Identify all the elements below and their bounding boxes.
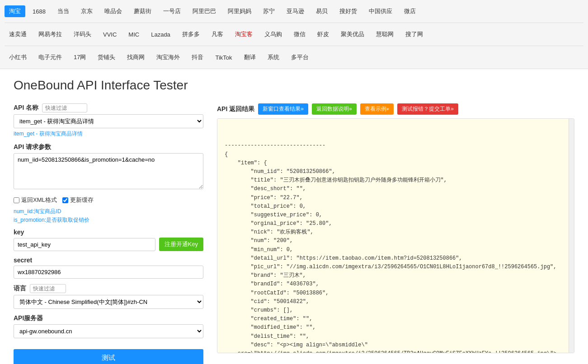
nav-item-translate[interactable]: 翻译 xyxy=(240,51,260,63)
api-name-filter-input[interactable] xyxy=(42,103,87,112)
nav-item-mogu[interactable]: 蘑菇街 xyxy=(129,5,156,17)
nav-item-sougou[interactable]: 搜好货 xyxy=(335,5,362,17)
nav-item-suning[interactable]: 苏宁 xyxy=(259,5,279,17)
nav-item-tiktok[interactable]: TikTok xyxy=(211,51,236,63)
nav-item-chinasupply[interactable]: 中国供应 xyxy=(364,5,397,17)
result-content: ------------------------------- { "item"… xyxy=(225,141,561,353)
nav-item-dangdang[interactable]: 当当 xyxy=(53,5,74,17)
right-panel: API 返回结果 新窗口查看结果» 返回数据说明» 查看示例» 测试报错？提交工… xyxy=(217,103,574,353)
checkbox-row: 返回XML格式 更新缓存 xyxy=(14,196,203,204)
lang-label-row: 语言 xyxy=(14,284,203,293)
nav-item-huoputou[interactable]: 货铺头 xyxy=(93,51,120,63)
new-window-button[interactable]: 新窗口查看结果» xyxy=(258,103,308,115)
nav-item-soule[interactable]: 搜了网 xyxy=(401,28,428,40)
example-button[interactable]: 查看示例» xyxy=(360,103,394,115)
secret-input[interactable] xyxy=(14,266,203,279)
nav-item-yangmatou[interactable]: 洋码头 xyxy=(69,28,96,40)
nav-item-amazon[interactable]: 亚马逊 xyxy=(282,5,309,17)
nav-item-taobao[interactable]: 淘宝 xyxy=(5,5,25,17)
test-button[interactable]: 测试 xyxy=(14,349,203,364)
lang-label: 语言 xyxy=(14,285,26,293)
nav-item-jumei[interactable]: 聚美优品 xyxy=(336,28,369,40)
nav-item-weidian[interactable]: 微店 xyxy=(400,5,420,17)
nav-item-alimama[interactable]: 阿里妈妈 xyxy=(223,5,256,17)
two-column-layout: API 名称 item_get - 获得淘宝商品详情 item_get - 获得… xyxy=(14,103,574,364)
cache-checkbox-text: 更新缓存 xyxy=(70,196,94,204)
nav-item-zhaoshang[interactable]: 找商网 xyxy=(122,51,149,63)
key-label: key xyxy=(14,229,203,236)
lang-select[interactable]: 简体中文 - Chinese Simplified(中文[简体])#zh-CN xyxy=(14,295,203,309)
nav-divider-2 xyxy=(5,46,583,46)
nav-item-vvic[interactable]: VVIC xyxy=(99,28,121,40)
api-name-group: API 名称 item_get - 获得淘宝商品详情 item_get - 获得… xyxy=(14,103,203,138)
return-data-button[interactable]: 返回数据说明» xyxy=(312,103,357,115)
nav-bar: 淘宝 1688 当当 京东 唯品会 蘑菇街 一号店 阿里巴巴 阿里妈妈 苏宁 亚… xyxy=(0,0,588,69)
page-title: OneBound API Interface Tester xyxy=(14,78,574,93)
param-hint-2-text[interactable]: is_promotion:是否获取取促销价 xyxy=(14,217,89,223)
nav-item-kaola[interactable]: 网易考拉 xyxy=(34,28,66,40)
api-select[interactable]: item_get - 获得淘宝商品详情 xyxy=(14,114,203,128)
nav-item-mic[interactable]: MIC xyxy=(124,28,144,40)
nav-item-alibaba[interactable]: 阿里巴巴 xyxy=(188,5,221,17)
api-params-group: API 请求参数 num_iid=520813250866&is_promoti… xyxy=(14,143,203,191)
nav-divider-1 xyxy=(5,23,583,23)
secret-group: secret xyxy=(14,257,203,279)
scrollbar[interactable] xyxy=(569,119,574,353)
nav-item-fanke[interactable]: 凡客 xyxy=(207,28,228,40)
nav-item-huicong[interactable]: 慧聪网 xyxy=(372,28,398,40)
secret-label: secret xyxy=(14,257,203,264)
api-params-textarea[interactable]: num_iid=520813250866&is_promotion=1&cach… xyxy=(14,153,203,189)
nav-item-taobaoke[interactable]: 淘宝客 xyxy=(230,28,257,40)
api-name-label: API 名称 xyxy=(14,104,38,112)
result-area[interactable]: ------------------------------- { "item"… xyxy=(217,118,574,353)
report-button[interactable]: 测试报错？提交工单» xyxy=(397,103,458,115)
nav-item-system[interactable]: 系统 xyxy=(263,51,284,63)
nav-item-jingdong[interactable]: 京东 xyxy=(76,5,97,17)
lang-group: 语言 简体中文 - Chinese Simplified(中文[简体])#zh-… xyxy=(14,284,203,309)
result-label: API 返回结果 xyxy=(217,105,254,113)
result-header: API 返回结果 新窗口查看结果» 返回数据说明» 查看示例» 测试报错？提交工… xyxy=(217,103,574,115)
nav-item-aliexpress[interactable]: 速卖通 xyxy=(5,28,31,40)
nav-item-yiwu[interactable]: 义乌购 xyxy=(260,28,287,40)
nav-row-3: 小红书 电子元件 17网 货铺头 找商网 淘宝海外 抖音 TikTok 翻译 系… xyxy=(5,50,313,65)
api-server-select[interactable]: api-gw.onebound.cn xyxy=(14,324,203,338)
key-input[interactable] xyxy=(14,238,155,251)
nav-row-2: 速卖通 网易考拉 洋码头 VVIC MIC Lazada 拼多多 凡客 淘宝客 … xyxy=(5,27,428,42)
nav-item-1688[interactable]: 1688 xyxy=(28,5,50,17)
nav-item-vipshop[interactable]: 唯品会 xyxy=(100,5,127,17)
api-name-label-row: API 名称 xyxy=(14,103,203,112)
nav-item-electronics[interactable]: 电子元件 xyxy=(34,51,66,63)
cache-checkbox[interactable] xyxy=(62,197,68,203)
nav-item-ebay[interactable]: 易贝 xyxy=(311,5,332,17)
nav-row-1: 淘宝 1688 当当 京东 唯品会 蘑菇街 一号店 阿里巴巴 阿里妈妈 苏宁 亚… xyxy=(5,4,420,19)
param-hint-1: num_iid:淘宝商品ID xyxy=(14,208,203,215)
nav-item-multiplatform[interactable]: 多平台 xyxy=(287,51,313,63)
nav-item-yihaodian[interactable]: 一号店 xyxy=(159,5,185,17)
nav-item-17wang[interactable]: 17网 xyxy=(69,51,90,63)
nav-item-xiaohongshu[interactable]: 小红书 xyxy=(5,51,31,63)
xml-checkbox[interactable] xyxy=(14,197,19,203)
param-hint-1-text[interactable]: num_iid:淘宝商品ID xyxy=(14,208,61,215)
left-panel: API 名称 item_get - 获得淘宝商品详情 item_get - 获得… xyxy=(14,103,203,364)
main-content: OneBound API Interface Tester API 名称 ite… xyxy=(0,69,588,364)
cache-checkbox-label[interactable]: 更新缓存 xyxy=(62,196,94,204)
nav-item-weixin[interactable]: 微信 xyxy=(289,28,310,40)
nav-item-taobao-overseas[interactable]: 淘宝海外 xyxy=(152,51,184,63)
xml-checkbox-text: 返回XML格式 xyxy=(21,196,57,204)
xml-checkbox-label[interactable]: 返回XML格式 xyxy=(14,196,57,204)
api-server-label: API服务器 xyxy=(14,314,203,322)
nav-item-douyin[interactable]: 抖音 xyxy=(187,51,208,63)
key-row: 注册开通Key xyxy=(14,238,203,251)
api-server-group: API服务器 api-gw.onebound.cn xyxy=(14,314,203,338)
api-link[interactable]: item_get - 获得淘宝商品详情 xyxy=(14,130,203,138)
api-params-label: API 请求参数 xyxy=(14,143,203,151)
lang-filter-input[interactable] xyxy=(30,284,66,293)
param-hint-2: is_promotion:是否获取取促销价 xyxy=(14,216,203,224)
key-group: key 注册开通Key xyxy=(14,229,203,251)
register-key-button[interactable]: 注册开通Key xyxy=(159,238,203,251)
nav-item-pinduoduo[interactable]: 拼多多 xyxy=(178,28,204,40)
nav-item-shopee[interactable]: 虾皮 xyxy=(313,28,334,40)
nav-item-lazada[interactable]: Lazada xyxy=(146,28,175,40)
